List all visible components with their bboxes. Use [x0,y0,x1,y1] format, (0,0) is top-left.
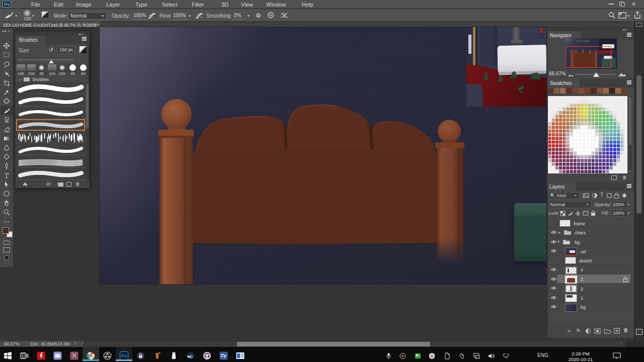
svg-text:Ps: Ps [121,353,127,358]
